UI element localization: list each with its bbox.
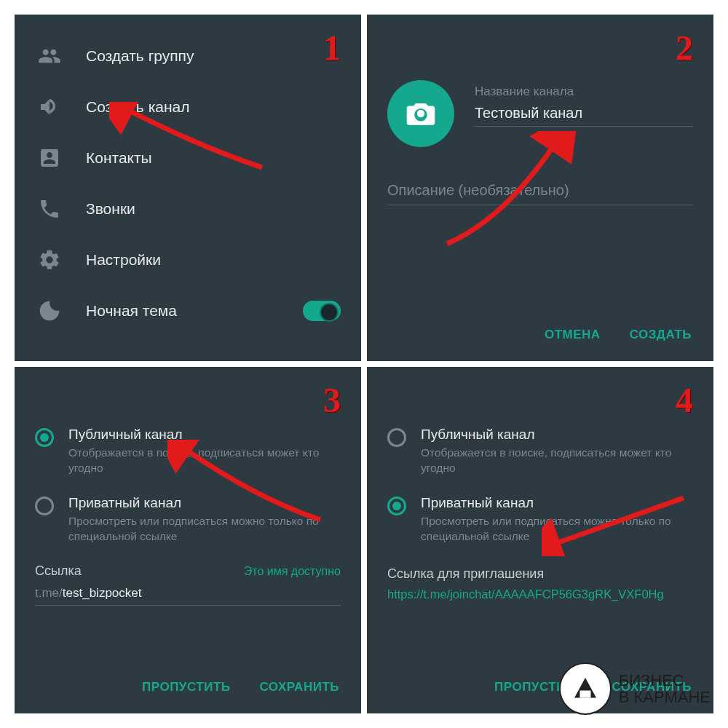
option-description: Отображается в поиске, подписаться может… xyxy=(421,446,683,476)
menu-label: Контакты xyxy=(86,149,152,167)
option-description: Просмотреть или подписаться можно только… xyxy=(421,514,683,545)
watermark-text-1: БИЗНЕС xyxy=(619,672,711,689)
radio-icon xyxy=(35,428,54,447)
skip-button[interactable]: ПРОПУСТИТЬ xyxy=(142,680,230,695)
menu-calls[interactable]: Звонки xyxy=(35,183,341,234)
menu-create-channel[interactable]: Создать канал xyxy=(35,82,341,132)
option-title: Публичный канал xyxy=(421,427,683,443)
menu-label: Настройки xyxy=(86,251,161,269)
panel-menu: 1 Создать группу Создать канал Контакты … xyxy=(15,15,361,361)
option-public-channel[interactable]: Публичный канал Отображается в поиске, п… xyxy=(387,427,693,476)
contact-icon xyxy=(35,143,64,173)
panel-channel-type-private: 4 Публичный канал Отображается в поиске,… xyxy=(367,367,713,713)
option-private-channel[interactable]: Приватный канал Просмотреть или подписат… xyxy=(35,495,341,545)
phone-icon xyxy=(35,194,64,223)
step-number: 4 xyxy=(676,380,693,420)
watermark-text-2: В КАРМАНЕ xyxy=(619,689,711,705)
cancel-button[interactable]: ОТМЕНА xyxy=(545,328,601,342)
option-description: Отображается в поиске, подписаться может… xyxy=(68,446,331,476)
option-description: Просмотреть или подписаться можно только… xyxy=(68,514,331,545)
channel-photo-button[interactable] xyxy=(387,80,454,147)
link-availability: Это имя доступно xyxy=(244,565,341,578)
megaphone-icon xyxy=(35,92,64,122)
radio-icon xyxy=(35,496,54,515)
link-prefix: t.me/ xyxy=(35,586,63,600)
option-public-channel[interactable]: Публичный канал Отображается в поиске, п… xyxy=(35,427,341,476)
create-button[interactable]: СОЗДАТЬ xyxy=(630,328,692,342)
svg-rect-0 xyxy=(579,691,590,698)
night-mode-toggle[interactable] xyxy=(303,301,341,321)
step-number: 2 xyxy=(676,28,693,68)
save-button[interactable]: СОХРАНИТЬ xyxy=(260,680,340,695)
menu-contacts[interactable]: Контакты xyxy=(35,132,341,183)
option-private-channel[interactable]: Приватный канал Просмотреть или подписат… xyxy=(387,495,693,545)
invite-link-label: Ссылка для приглашения xyxy=(387,566,693,582)
menu-label: Создать группу xyxy=(86,47,194,65)
link-label: Ссылка xyxy=(35,563,82,579)
option-title: Приватный канал xyxy=(68,495,331,511)
option-title: Публичный канал xyxy=(68,427,331,443)
watermark-logo: БИЗНЕС В КАРМАНЕ xyxy=(559,662,711,715)
radio-icon xyxy=(387,496,406,515)
channel-name-label: Название канала xyxy=(475,84,693,99)
menu-label: Ночная тема xyxy=(86,302,177,320)
camera-icon xyxy=(405,98,436,129)
panel-channel-type-public: 3 Публичный канал Отображается в поиске,… xyxy=(15,367,361,713)
group-icon xyxy=(35,41,64,71)
moon-icon xyxy=(35,296,64,325)
step-number: 3 xyxy=(323,380,341,420)
menu-settings[interactable]: Настройки xyxy=(35,234,341,285)
panel-create-channel: 2 Название канала Тестовый канал Описани… xyxy=(367,15,713,361)
option-title: Приватный канал xyxy=(421,495,683,511)
watermark-icon xyxy=(559,662,612,715)
radio-icon xyxy=(387,428,406,447)
channel-description-input[interactable]: Описание (необязательно) xyxy=(387,182,693,205)
step-number: 1 xyxy=(323,28,341,68)
channel-name-input[interactable]: Тестовый канал xyxy=(475,105,693,127)
gear-icon xyxy=(35,245,64,274)
menu-label: Создать канал xyxy=(86,98,190,116)
invite-link[interactable]: https://t.me/joinchat/AAAAAFCP56G3gRK_VX… xyxy=(387,586,693,603)
menu-create-group[interactable]: Создать группу xyxy=(35,31,341,82)
channel-link-input[interactable]: t.me/test_bizpocket xyxy=(35,586,341,606)
menu-night-mode[interactable]: Ночная тема xyxy=(35,285,341,336)
menu-label: Звонки xyxy=(86,200,135,218)
link-value: test_bizpocket xyxy=(63,586,142,600)
